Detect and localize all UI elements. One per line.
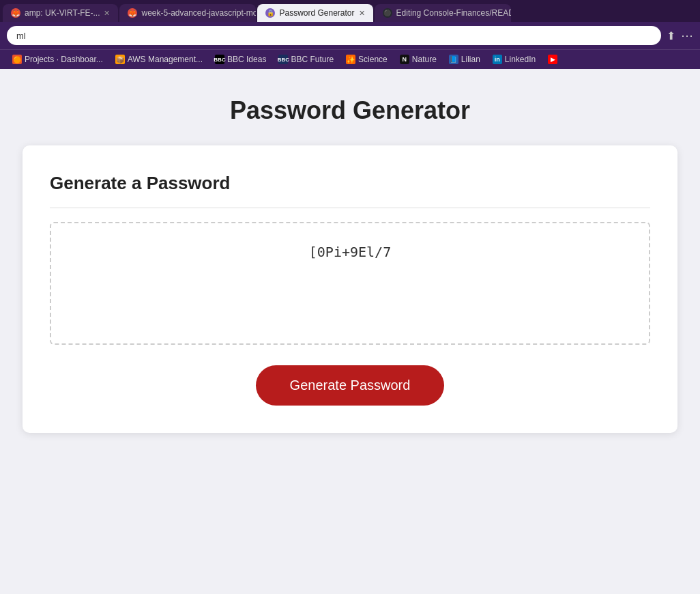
share-icon[interactable]: ⬆: [667, 29, 675, 42]
linkedin-favicon: in: [493, 55, 502, 64]
page-title: Password Generator: [230, 96, 470, 125]
tab-3-close[interactable]: ✕: [359, 9, 365, 18]
tab-1-favicon: 🦊: [11, 8, 20, 18]
bookmarks-bar: 🟠 Projects · Dashboar... 📦 AWS Managemen…: [0, 49, 700, 69]
youtube-favicon: ▶: [548, 55, 557, 64]
address-bar[interactable]: ml: [7, 26, 661, 45]
password-card: Generate a Password [0Pi+9El/7 Generate …: [23, 145, 677, 433]
tab-bar: 🦊 amp: UK-VIRT-FE-... ✕ 🦊 week-5-advance…: [0, 0, 700, 22]
bookmark-science-label: Science: [358, 55, 388, 64]
generate-password-button[interactable]: Generate Password: [256, 365, 445, 406]
address-bar-row: ml ⬆ ⋯: [0, 22, 700, 49]
tab-3-label: Password Generator: [279, 8, 354, 18]
bbc-ideas-favicon: BBC: [215, 55, 224, 64]
more-icon[interactable]: ⋯: [681, 28, 693, 43]
bookmark-bbc-ideas-label: BBC Ideas: [227, 55, 266, 64]
bbc-future-favicon: BBC: [278, 55, 288, 64]
address-bar-value: ml: [16, 31, 26, 41]
bookmark-bbc-ideas[interactable]: BBC BBC Ideas: [209, 53, 272, 66]
bookmark-aws[interactable]: 📦 AWS Management...: [110, 53, 208, 66]
password-value: [0Pi+9El/7: [309, 244, 391, 260]
bookmark-nature[interactable]: N Nature: [394, 53, 442, 66]
bookmark-bbc-future-label: BBC Future: [291, 55, 334, 64]
bookmark-linkedin-label: LinkedIn: [505, 55, 536, 64]
science-favicon: ✨: [346, 55, 355, 64]
bookmark-aws-label: AWS Management...: [128, 55, 203, 64]
tab-3[interactable]: 🔒 Password Generator ✕: [257, 4, 373, 22]
tab-4-label: Editing Console-Finances/READM: [396, 8, 511, 18]
bookmark-projects-label: Projects · Dashboar...: [25, 55, 103, 64]
tab-2-label: week-5-advanced-javascript-mo...: [141, 8, 256, 18]
bookmark-science[interactable]: ✨ Science: [340, 53, 393, 66]
tab-2-favicon: 🦊: [128, 8, 137, 18]
tab-2[interactable]: 🦊 week-5-advanced-javascript-mo... ✕: [119, 4, 256, 22]
projects-favicon: 🟠: [12, 55, 22, 64]
password-display: [0Pi+9El/7: [50, 222, 650, 345]
lilian-favicon: 📘: [449, 55, 458, 64]
bookmark-youtube[interactable]: ▶: [542, 53, 563, 66]
card-divider: [50, 208, 650, 208]
tab-1-close[interactable]: ✕: [104, 9, 110, 18]
bookmark-linkedin[interactable]: in LinkedIn: [487, 53, 541, 66]
bookmark-projects[interactable]: 🟠 Projects · Dashboar...: [7, 53, 108, 66]
tab-4[interactable]: ⚫ Editing Console-Finances/READM: [375, 4, 511, 22]
tab-1[interactable]: 🦊 amp: UK-VIRT-FE-... ✕: [3, 4, 118, 22]
card-heading: Generate a Password: [50, 173, 650, 194]
aws-favicon: 📦: [115, 55, 125, 64]
page-content: Password Generator Generate a Password […: [0, 69, 700, 547]
tab-4-favicon: ⚫: [383, 8, 392, 18]
bookmark-lilian-label: Lilian: [461, 55, 480, 64]
bookmark-bbc-future[interactable]: BBC BBC Future: [273, 53, 339, 66]
bookmark-nature-label: Nature: [412, 55, 437, 64]
tab-1-label: amp: UK-VIRT-FE-...: [25, 8, 100, 18]
bookmark-lilian[interactable]: 📘 Lilian: [443, 53, 486, 66]
tab-3-favicon: 🔒: [265, 8, 275, 18]
browser-chrome: 🦊 amp: UK-VIRT-FE-... ✕ 🦊 week-5-advance…: [0, 0, 700, 69]
nature-favicon: N: [400, 55, 409, 64]
